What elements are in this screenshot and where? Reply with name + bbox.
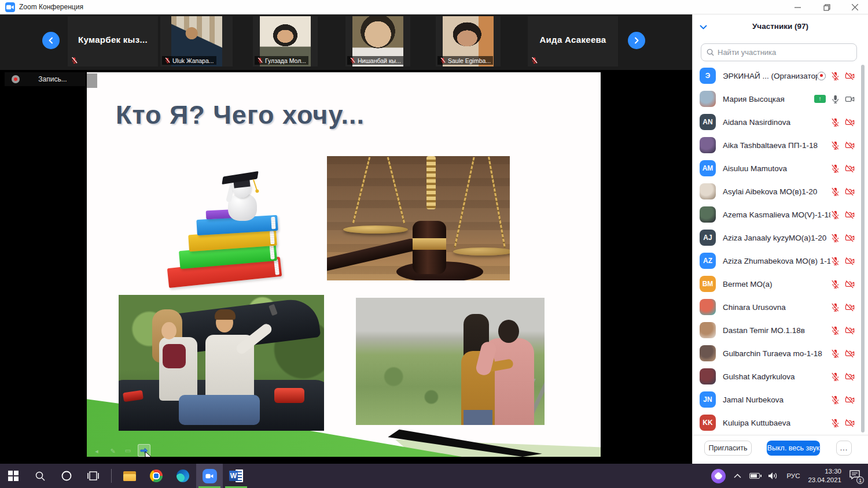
slideshow-prev-ghost-button[interactable]: ◂	[91, 446, 102, 456]
camera-muted-icon[interactable]	[845, 302, 855, 312]
mic-muted-icon[interactable]	[257, 57, 263, 64]
camera-muted-icon[interactable]	[845, 395, 855, 405]
screen-share-badge-icon: ↑	[814, 95, 826, 103]
mic-muted-icon[interactable]	[830, 210, 840, 220]
camera-muted-icon[interactable]	[845, 279, 855, 289]
camera-muted-icon[interactable]	[845, 71, 855, 81]
panel-collapse-chevron-icon[interactable]	[700, 22, 707, 32]
file-explorer-button[interactable]	[116, 464, 143, 488]
zoom-taskbar-button[interactable]	[196, 464, 223, 488]
camera-muted-icon[interactable]	[845, 141, 855, 150]
mute-all-button[interactable]: Выкл. весь звук	[767, 441, 820, 456]
video-tile-aida[interactable]: Аида Асакеева	[528, 16, 618, 66]
edge-button[interactable]	[170, 464, 196, 488]
mic-muted-icon[interactable]	[830, 233, 840, 243]
mic-muted-icon[interactable]	[830, 256, 840, 266]
participants-scrollbar[interactable]	[861, 65, 865, 432]
mic-muted-icon[interactable]	[830, 349, 840, 358]
participant-search-box[interactable]	[701, 43, 857, 61]
cortana-button[interactable]	[53, 464, 80, 488]
participant-row[interactable]: JNJamal Nurbekova	[693, 388, 859, 411]
video-tile-uluk[interactable]: Uluk Жапара...	[160, 16, 233, 66]
volume-icon[interactable]	[768, 472, 778, 480]
video-tile-kumarbek[interactable]: Кумарбек кыз...	[68, 16, 158, 66]
action-center-button[interactable]: 1	[849, 470, 860, 482]
video-tile-saule[interactable]: Saule Egimba...	[436, 16, 501, 66]
avatar	[700, 183, 716, 199]
camera-muted-icon[interactable]	[845, 164, 855, 173]
participant-name: Aisuluu Mamutova	[723, 164, 830, 173]
word-taskbar-button[interactable]: W	[223, 464, 249, 488]
participant-row[interactable]: BMBermet MO(a)	[693, 272, 859, 295]
mic-muted-icon[interactable]	[830, 164, 840, 173]
mic-muted-icon[interactable]	[830, 326, 840, 335]
mic-muted-icon[interactable]	[71, 57, 78, 64]
tray-chevron-up-icon[interactable]	[734, 474, 741, 478]
participant-row[interactable]: Dastan Temir MO.1.18в	[693, 319, 859, 342]
participant-row[interactable]: Asylai Aibekova MO(в)1-20	[693, 180, 859, 203]
mic-muted-icon[interactable]	[830, 372, 840, 382]
yandex-alice-icon[interactable]	[711, 469, 726, 483]
mic-muted-icon[interactable]	[830, 141, 840, 150]
camera-muted-icon[interactable]	[845, 256, 855, 266]
participant-row[interactable]: Aika Tashbaltaeva ПП-1-18	[693, 134, 859, 157]
mic-muted-icon[interactable]	[830, 418, 840, 428]
mic-muted-icon[interactable]	[164, 57, 171, 64]
participant-row[interactable]: ЭЭРКИНАЙ ... (Организатор, я)	[693, 64, 859, 87]
mic-muted-icon[interactable]	[830, 302, 840, 312]
tile-name-label: Нишанбай кы...	[347, 56, 403, 65]
start-button[interactable]	[0, 464, 27, 488]
maximize-button[interactable]	[814, 0, 840, 14]
taskbar-search-button[interactable]	[27, 464, 53, 488]
mic-on-icon[interactable]	[830, 94, 840, 104]
mic-muted-icon[interactable]	[830, 395, 840, 405]
participant-row[interactable]: AZAziza Zhumabekova MO(в) 1-18	[693, 249, 859, 272]
mic-muted-icon[interactable]	[440, 57, 446, 64]
mic-muted-icon[interactable]	[830, 71, 840, 81]
camera-muted-icon[interactable]	[845, 210, 855, 220]
mic-muted-icon[interactable]	[830, 117, 840, 127]
participant-row[interactable]: KKKuluipa Kuttubaeva	[693, 411, 859, 434]
mic-muted-icon[interactable]	[350, 57, 356, 64]
mic-muted-icon[interactable]	[531, 57, 538, 64]
more-options-button[interactable]: ...	[836, 441, 852, 456]
mic-muted-icon[interactable]	[830, 279, 840, 289]
task-view-button[interactable]	[80, 464, 106, 488]
zoom-icon	[203, 469, 217, 483]
filmstrip-next-button[interactable]	[628, 32, 645, 49]
language-indicator[interactable]: РУС	[786, 472, 800, 479]
video-tile-nishanbai[interactable]: Нишанбай кы...	[345, 16, 410, 66]
close-button[interactable]	[841, 0, 868, 14]
participant-row[interactable]: Azema Kasmalieva MO(V)-1-18	[693, 203, 859, 226]
minimize-button[interactable]	[784, 0, 811, 14]
filmstrip-prev-button[interactable]	[42, 32, 60, 49]
participant-row[interactable]: ANAidana Nasirdinova	[693, 110, 859, 134]
taskbar-separator	[111, 469, 112, 483]
slideshow-menu-ghost-button[interactable]: ▭	[123, 445, 133, 456]
video-tile-gulzada[interactable]: Гулзада Мол...	[253, 16, 318, 66]
slideshow-pen-ghost-button[interactable]: ✎	[108, 446, 118, 456]
participant-row[interactable]: AMAisuluu Mamutova	[693, 157, 859, 180]
participant-row[interactable]: AJAziza Janaaly kyzyMO(a)1-20	[693, 226, 859, 249]
camera-muted-icon[interactable]	[845, 233, 855, 243]
camera-muted-icon[interactable]	[845, 187, 855, 197]
participant-row[interactable]: Gulshat Kadyrkulova	[693, 365, 859, 388]
battery-icon[interactable]	[749, 473, 760, 479]
camera-muted-icon[interactable]	[845, 326, 855, 335]
camera-muted-icon[interactable]	[845, 117, 855, 127]
taskbar-clock[interactable]: 13:30 23.04.2021	[808, 467, 841, 485]
invite-button[interactable]: Пригласить	[704, 441, 752, 456]
camera-muted-icon[interactable]	[845, 418, 855, 428]
camera-on-icon[interactable]	[845, 94, 855, 104]
participant-search-input[interactable]	[718, 48, 851, 57]
participant-name: Bermet MO(a)	[723, 280, 830, 289]
mic-muted-icon[interactable]	[830, 187, 840, 197]
participant-row[interactable]: Chinara Urusovna	[693, 295, 859, 319]
participant-row[interactable]: Мария Высоцкая↑	[693, 87, 859, 110]
camera-muted-icon[interactable]	[845, 349, 855, 358]
participant-row[interactable]: Gulbarchin Turaeva mo-1-18	[693, 342, 859, 365]
recording-bar-handle[interactable]	[87, 73, 97, 88]
camera-muted-icon[interactable]	[845, 372, 855, 382]
meeting-stage: Кумарбек кыз... Uluk Жапара... Гулзада М…	[0, 14, 692, 464]
chrome-button[interactable]	[143, 464, 170, 488]
